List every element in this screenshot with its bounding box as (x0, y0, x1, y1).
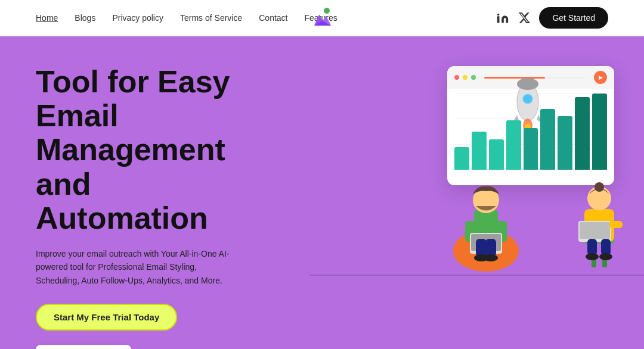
hero-subtitle: Improve your email outreach with Your Al… (36, 247, 239, 287)
hero-content: Tool for Easy Email Management and Autom… (0, 36, 298, 349)
svg-rect-26 (609, 221, 623, 228)
chart-bar (592, 94, 607, 170)
chart-bar (472, 132, 487, 170)
nav-blogs[interactable]: Blogs (75, 13, 95, 23)
nav-right: Get Started (496, 7, 608, 29)
window-play-icon: ▶ (594, 71, 607, 84)
svg-point-29 (586, 253, 599, 260)
svg-point-17 (484, 254, 498, 261)
nav-terms[interactable]: Terms of Service (180, 13, 242, 23)
product-hunt-badge[interactable]: P FIND US ON Product Hunt 44 (36, 345, 131, 349)
window-dot-3 (471, 75, 476, 80)
chart-bar (558, 116, 572, 170)
person-right-figure (566, 161, 632, 275)
chart-bar (489, 139, 504, 170)
svg-rect-25 (580, 222, 610, 239)
chart-bar (540, 109, 555, 170)
nav-links: Home Blogs Privacy policy Terms of Servi… (36, 13, 338, 23)
svg-rect-15 (485, 239, 496, 257)
svg-rect-28 (601, 239, 611, 255)
person-left-figure (447, 155, 525, 275)
chart-bar (524, 128, 538, 170)
twitter-x-icon[interactable] (518, 11, 531, 24)
chart-bar (454, 147, 469, 170)
svg-point-23 (595, 182, 604, 192)
chart-bar (506, 120, 521, 170)
svg-point-30 (599, 253, 612, 260)
chart-area (447, 89, 614, 172)
chart-bars (454, 94, 607, 170)
get-started-button[interactable]: Get Started (539, 7, 608, 29)
svg-point-3 (517, 78, 538, 90)
nav-privacy[interactable]: Privacy policy (112, 13, 163, 23)
hero-title: Tool for Easy Email Management and Autom… (36, 65, 262, 235)
trial-button[interactable]: Start My Free Trial Today (36, 304, 177, 331)
linkedin-icon[interactable] (496, 11, 509, 24)
chart-bar (575, 97, 590, 170)
hero-illustration: ▶ (310, 48, 644, 286)
svg-rect-27 (587, 239, 597, 255)
logo (309, 5, 335, 30)
hero-section: Tool for Easy Email Management and Autom… (0, 36, 644, 349)
svg-point-0 (324, 8, 330, 14)
navbar: Home Blogs Privacy policy Terms of Servi… (0, 0, 644, 36)
nav-home[interactable]: Home (36, 13, 58, 23)
window-dot-2 (463, 75, 467, 80)
nav-contact[interactable]: Contact (259, 13, 287, 23)
window-dot-1 (454, 75, 459, 80)
svg-rect-14 (476, 239, 487, 257)
